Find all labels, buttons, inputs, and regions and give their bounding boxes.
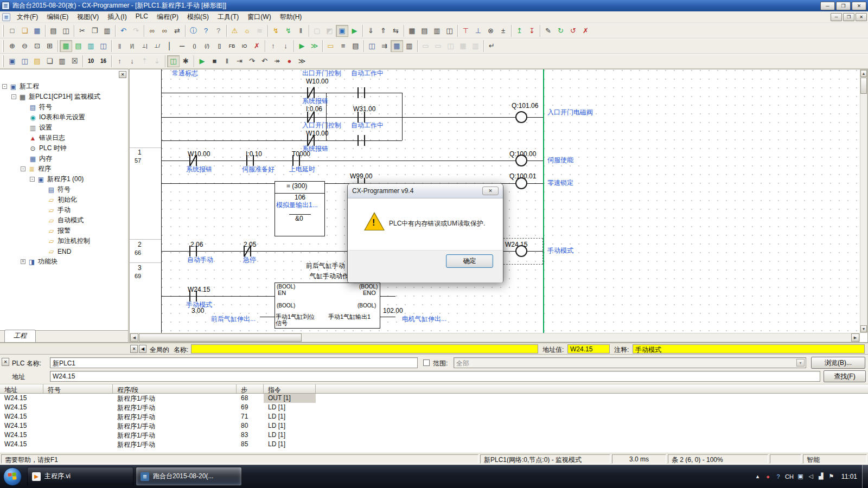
- sim-breakpoint-icon[interactable]: ●: [283, 55, 296, 67]
- pause-monitoring-icon[interactable]: ‖: [295, 25, 307, 37]
- help-icon[interactable]: ?: [200, 25, 212, 37]
- plc-settings-icon[interactable]: ▤: [418, 25, 431, 37]
- fb-parameter-icon[interactable]: IO: [238, 40, 251, 52]
- panel-close-icon[interactable]: ✕: [2, 358, 9, 366]
- new-vertical-icon[interactable]: │: [163, 40, 176, 52]
- window-close-icon[interactable]: ☒: [68, 55, 81, 67]
- window-symbols-icon[interactable]: ▤: [31, 55, 43, 67]
- tree-item-plc-clock[interactable]: ⊙PLC 时钟: [0, 143, 128, 153]
- output-coil[interactable]: [515, 111, 527, 123]
- tree-item-section-auto[interactable]: ▱自动模式: [0, 215, 128, 226]
- sim-pause-icon[interactable]: ‖: [221, 55, 233, 67]
- find-in-files-icon[interactable]: ∞: [146, 25, 158, 37]
- cancel-online-edit-icon[interactable]: ↺: [567, 25, 579, 37]
- tree-item-programs[interactable]: -≣程序: [0, 164, 128, 174]
- new-or-contact-icon[interactable]: ⊥|: [138, 40, 151, 52]
- monitor-view-4-icon[interactable]: ▦: [457, 40, 469, 52]
- new-coil-icon[interactable]: (): [188, 40, 201, 52]
- tree-expander-icon[interactable]: -: [30, 177, 35, 182]
- scroll-right-icon[interactable]: ▶: [851, 333, 859, 342]
- tree-item-error-log[interactable]: ▲错误日志: [0, 133, 128, 143]
- hex-format-icon[interactable]: 16: [97, 55, 110, 67]
- tree-item-program-symbols[interactable]: ▤符号: [0, 184, 128, 195]
- zoom-out-icon[interactable]: ⊖: [18, 40, 31, 52]
- online-edit-icon[interactable]: ✎: [542, 25, 554, 37]
- menu-tools[interactable]: 工具(T): [213, 11, 243, 23]
- tree-item-function-blocks[interactable]: +◨功能块: [0, 256, 128, 267]
- simulator-online-icon[interactable]: ◫: [167, 55, 180, 67]
- volume-icon[interactable]: ◁: [807, 473, 814, 480]
- help-icon[interactable]: ?: [775, 473, 782, 480]
- sim-play-icon[interactable]: ▶: [196, 55, 208, 67]
- horizontal-scrollbar[interactable]: ◀ ▶: [130, 333, 860, 342]
- xref-row[interactable]: W24.15新程序1/手动85LD [1]: [0, 440, 868, 449]
- save-icon[interactable]: ▦: [31, 25, 43, 37]
- mdi-close-button[interactable]: ✕: [856, 13, 867, 21]
- address-value-field[interactable]: W24.15: [567, 344, 610, 354]
- hidden-icons-chevron[interactable]: ▴: [754, 473, 761, 480]
- new-or-closed-contact-icon[interactable]: ⊥/: [151, 40, 163, 52]
- sim-step-over-icon[interactable]: ↷: [246, 55, 258, 67]
- table-header-5[interactable]: 指令: [264, 384, 316, 393]
- show-rung-comments-icon[interactable]: ▤: [72, 40, 85, 52]
- field-bar-close-icon[interactable]: ✕: [130, 345, 138, 353]
- table-header-1[interactable]: 地址: [0, 384, 43, 393]
- monitor-mode-icon[interactable]: ▣: [336, 25, 348, 37]
- output-coil[interactable]: [515, 155, 527, 166]
- window-ladder-icon[interactable]: ▣: [6, 55, 18, 67]
- tree-item-project-root[interactable]: -▣新工程: [0, 81, 128, 92]
- go-to-rung-up-icon[interactable]: ↑: [113, 55, 126, 67]
- menu-plc[interactable]: PLC: [131, 11, 152, 23]
- new-contact-icon[interactable]: ||: [113, 40, 126, 52]
- language-ch[interactable]: CH: [785, 473, 794, 480]
- maximize-button[interactable]: ❐: [836, 2, 851, 10]
- view-back-icon[interactable]: ↵: [486, 40, 498, 52]
- copy-icon[interactable]: ❐: [88, 25, 101, 37]
- find-icon[interactable]: ∞: [158, 25, 171, 37]
- tree-item-section-alarm[interactable]: ▱报警: [0, 226, 128, 236]
- data-trace-icon[interactable]: ◫: [443, 25, 456, 37]
- address-field[interactable]: W24.15: [50, 371, 820, 382]
- tree-item-section-end[interactable]: ▱END: [0, 246, 128, 256]
- contact-normally-closed[interactable]: [307, 112, 315, 123]
- tree-item-io-table[interactable]: ◉IO表和单元设置: [0, 112, 128, 123]
- rising-edge-icon[interactable]: ↑: [267, 40, 279, 52]
- contact-normally-open[interactable]: [246, 155, 254, 166]
- menu-file[interactable]: 文件(F): [12, 11, 42, 23]
- go-to-rung-down-icon[interactable]: ↓: [126, 55, 138, 67]
- plc-name-field[interactable]: 新PLC1: [50, 357, 418, 368]
- contact-normally-closed[interactable]: [189, 155, 197, 166]
- contact-normally-open[interactable]: [357, 135, 366, 146]
- menu-edit[interactable]: 编辑(E): [42, 11, 73, 23]
- monitor-view-5-icon[interactable]: ▥: [469, 40, 482, 52]
- scroll-left-icon[interactable]: ◀: [130, 333, 138, 342]
- compare-with-plc-icon[interactable]: ⇆: [390, 25, 402, 37]
- go-to-prev-icon[interactable]: ⇡: [138, 55, 151, 67]
- sim-step-in-icon[interactable]: ⇥: [233, 55, 246, 67]
- menu-insert[interactable]: 插入(I): [103, 11, 131, 23]
- memory-view-icon[interactable]: ▥: [431, 25, 443, 37]
- upload-from-plc-icon[interactable]: ⇑: [377, 25, 390, 37]
- sim-continue-icon[interactable]: ≫: [296, 55, 308, 67]
- simulation-run-all-icon[interactable]: ≫: [308, 40, 321, 52]
- cross-reference-icon[interactable]: ⇉: [378, 40, 391, 52]
- context-help-icon[interactable]: ?: [212, 25, 225, 37]
- task-cx-programmer[interactable]: ≣跑合台2015-08-20(...: [136, 467, 242, 486]
- simulation-run-icon[interactable]: ▶: [296, 40, 308, 52]
- xref-row[interactable]: W24.15新程序1/手动69LD [1]: [0, 403, 868, 412]
- taskbar-clock[interactable]: 11:01: [838, 473, 860, 480]
- show-desktop-button[interactable]: [862, 465, 868, 488]
- properties-icon[interactable]: ▤: [349, 40, 362, 52]
- io-table-icon[interactable]: ▦: [406, 25, 418, 37]
- simulator-settings-icon[interactable]: ✱: [180, 55, 192, 67]
- sim-stop-icon[interactable]: ■: [208, 55, 221, 67]
- find-button[interactable]: 查找(F): [824, 370, 866, 382]
- scroll-down-icon[interactable]: ▼: [860, 325, 867, 332]
- ok-button[interactable]: 确定: [446, 254, 493, 268]
- undo-icon[interactable]: ↶: [117, 25, 130, 37]
- dropdown-arrow-icon[interactable]: ▼: [796, 359, 805, 367]
- section-list-icon[interactable]: ≡: [337, 40, 349, 52]
- zoom-100-icon[interactable]: ⊞: [43, 40, 56, 52]
- range-checkbox[interactable]: [423, 359, 430, 366]
- tree-expander-icon[interactable]: +: [21, 259, 25, 264]
